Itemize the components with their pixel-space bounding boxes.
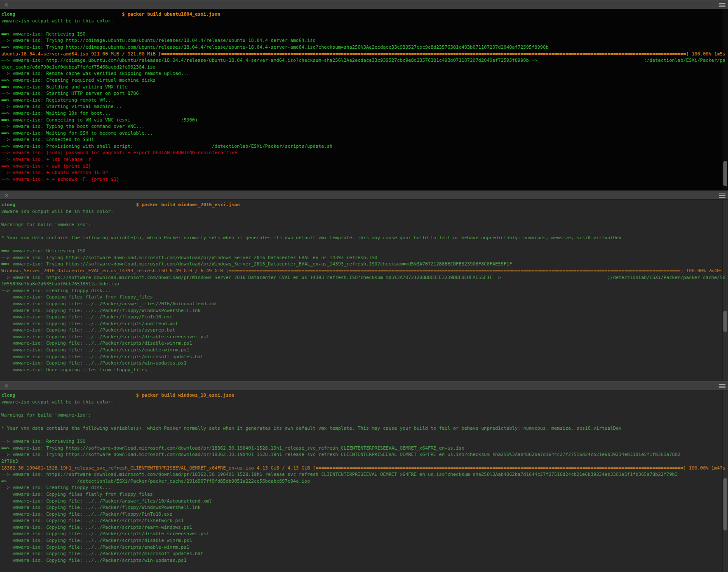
terminal-line: ubuntu-18.04.4-server-amd64.iso 921.00 M… [1, 51, 728, 58]
terminal-line: vmware-iso output will be in this color. [1, 18, 728, 25]
terminal-line: vmware-iso output will be in this color. [1, 399, 728, 406]
terminal-line: ==> vmware-iso: Starting HTTP server on … [1, 90, 728, 97]
terminal-line: ==> vmware-iso: Trying http://cdimage.ub… [1, 44, 728, 51]
close-icon[interactable]: × [3, 192, 10, 199]
terminal-line: vmware-iso: Copying file: ../../Packer/s… [1, 334, 728, 340]
terminal-line: ==> vmware-iso: + awk {print $2} [1, 163, 728, 170]
terminal-line: cker_cache/e6d790e1cf0dcbca7fefef75468ac… [1, 64, 728, 71]
terminal-line: vmware-iso: Copying file: ../../Packer/s… [1, 347, 728, 354]
terminal-line: vmware-iso: Copying file: ../../Packer/s… [1, 537, 728, 544]
terminal-line: ==> vmware-iso: Retrieving ISO [1, 248, 728, 254]
terminal-line: ==> vmware-iso: Retrieving ISO [1, 31, 728, 38]
terminal-pane-windows10: × clong $ packer build windows_10_esxi.j… [0, 381, 728, 572]
pane-titlebar: × [0, 0, 728, 9]
terminal-line: ==> vmware-iso: Remote cache was verifie… [1, 70, 728, 77]
terminal-line: vmware-iso: Copying file: ../../Packer/s… [1, 557, 728, 564]
terminal-line: ==> vmware-iso: + + echoawk -F. {print $… [1, 176, 728, 183]
terminal-line: ==> vmware-iso: https://software-downloa… [1, 274, 728, 281]
terminal-line: ==> vmware-iso: + ubuntu_version=18.04 [1, 169, 728, 176]
terminal-line [1, 432, 728, 439]
terminal-line: vmware-iso: Done copying files from flop… [1, 367, 728, 373]
terminal-line: vmware-iso: Copying file: ../../Packer/s… [1, 524, 728, 531]
terminal-line: vmware-iso: Copying file: ../../Packer/a… [1, 301, 728, 307]
terminal-line: vmware-iso: Copying file: ../../Packer/a… [1, 498, 728, 505]
scrollbar-thumb[interactable] [723, 311, 727, 332]
terminal-line: ==> vmware-iso: Waiting for SSH to becom… [1, 130, 728, 137]
iterm-window: × clong $ packer build ubuntu1804_esxi.j… [0, 0, 728, 572]
terminal-line [1, 215, 728, 221]
terminal-line: ==> vmware-iso: Creating required virtua… [1, 77, 728, 84]
terminal-line: ==> vmware-iso: Connected to SSH! [1, 136, 728, 143]
terminal-line: ==> vmware-iso: Provisioning with shell … [1, 143, 728, 150]
terminal-line: ==> vmware-iso: Trying https://software-… [1, 254, 728, 261]
terminal-line: Windows_Server_2016_Datacenter_EVAL_en-u… [1, 268, 728, 274]
terminal-line: vmware-iso output will be in this color. [1, 208, 728, 215]
scrollbar-thumb[interactable] [723, 161, 727, 186]
terminal-line: ==> vmware-iso: Waiting 10s for boot... [1, 110, 728, 117]
terminal-line: vmware-iso: Copying files flatly from fl… [1, 294, 728, 301]
terminal-line: vmware-iso: Copying file: ../../Packer/s… [1, 544, 728, 551]
terminal-line: Warnings for build 'vmware-iso': [1, 221, 728, 228]
scrollbar-thumb[interactable] [723, 478, 727, 531]
terminal-line: vmware-iso: Copying file: ../../Packer/f… [1, 511, 728, 518]
terminal-line: vmware-iso: Copying file: ../../Packer/f… [1, 314, 728, 321]
terminal-pane-windows2016: × clong $ packer build windows_2016_esxi… [0, 191, 728, 381]
terminal-line: clong $ packer build windows_2016_esxi.j… [1, 202, 728, 208]
terminal-line: Warnings for build 'vmware-iso': [1, 412, 728, 419]
terminal-line: vmware-iso: Copying file: ../../Packer/s… [1, 517, 728, 524]
terminal-line: vmware-iso: Copying file: ../../Packer/s… [1, 327, 728, 334]
terminal-line: ==> vmware-iso: Starting virtual machine… [1, 103, 728, 110]
pane-titlebar: × [0, 191, 728, 200]
terminal-line: 2f79b3 [1, 458, 728, 465]
hamburger-menu-icon[interactable] [719, 384, 725, 388]
terminal-line [1, 241, 728, 248]
terminal-line: ==> vmware-iso: [sudo] password for vagr… [1, 149, 728, 156]
terminal-line: ==> vmware-iso: + lsb_release -r [1, 156, 728, 163]
terminal-line: 1055098d7ba8d2d635babf6bb76518512afbde.i… [1, 281, 728, 287]
terminal-line: vmware-iso: Copying file: ../../Packer/s… [1, 321, 728, 327]
scrollbar[interactable] [722, 390, 728, 572]
terminal-pane-ubuntu1804: × clong $ packer build ubuntu1804_esxi.j… [0, 0, 728, 191]
terminal-line: ==> vmware-iso: Retrieving ISO [1, 438, 728, 445]
scrollbar[interactable] [722, 9, 728, 191]
terminal-line: ==> vmware-iso: Trying http://cdimage.ub… [1, 37, 728, 44]
terminal-output[interactable]: clong $ packer build ubuntu1804_esxi.jso… [0, 9, 728, 191]
terminal-line: * Your vmx data contains the following v… [1, 235, 728, 241]
terminal-line [1, 405, 728, 412]
terminal-line: clong $ packer build windows_10_esxi.jso… [1, 392, 728, 399]
terminal-line: 18362.30.190401-1528.19h1_release_svc_re… [1, 465, 728, 472]
scrollbar[interactable] [722, 200, 728, 381]
terminal-line [1, 418, 728, 425]
terminal-line: vmware-iso: Copying file: ../../Packer/s… [1, 360, 728, 367]
terminal-line: vmware-iso: Copying file: ../../Packer/s… [1, 354, 728, 360]
terminal-line: ==> vmware-iso: Creating floppy disk... [1, 287, 728, 294]
terminal-line: ==> vmware-iso: Building and writing VMX… [1, 84, 728, 91]
terminal-line: => /detectionlab/ESXi/Packer/packer_cach… [1, 478, 728, 485]
terminal-line: vmware-iso: Copying file: ../../Packer/f… [1, 504, 728, 511]
terminal-line [1, 24, 728, 31]
terminal-line: ==> vmware-iso: Trying https://software-… [1, 451, 728, 458]
close-icon[interactable]: × [3, 1, 10, 8]
terminal-line: ==> vmware-iso: Registering remote VM... [1, 97, 728, 104]
pane-titlebar: × [0, 381, 728, 390]
terminal-line: clong $ packer build ubuntu1804_esxi.jso… [1, 11, 728, 18]
hamburger-menu-icon[interactable] [719, 3, 725, 7]
terminal-line: ==> vmware-iso: Connecting to VM via VNC… [1, 117, 728, 124]
terminal-output[interactable]: clong $ packer build windows_10_esxi.jso… [0, 390, 728, 572]
terminal-line: ==> vmware-iso: Trying https://software-… [1, 445, 728, 452]
terminal-line: ==> vmware-iso: https://software-downloa… [1, 471, 728, 478]
terminal-line: ==> vmware-iso: http://cdimage.ubuntu.co… [1, 57, 728, 64]
terminal-line: ==> vmware-iso: Typing the boot command … [1, 123, 728, 130]
close-icon[interactable]: × [3, 382, 10, 389]
terminal-line: vmware-iso: Copying file: ../../Packer/f… [1, 307, 728, 314]
terminal-line: * Your vmx data contains the following v… [1, 425, 728, 432]
hamburger-menu-icon[interactable] [719, 193, 725, 198]
terminal-line: vmware-iso: Copying file: ../../Packer/s… [1, 340, 728, 347]
terminal-line: ==> vmware-iso: Creating floppy disk... [1, 484, 728, 491]
terminal-output[interactable]: clong $ packer build windows_2016_esxi.j… [0, 200, 728, 381]
terminal-line [1, 228, 728, 235]
terminal-line: vmware-iso: Copying file: ../../Packer/s… [1, 531, 728, 537]
terminal-line: vmware-iso: Copying file: ../../Packer/s… [1, 550, 728, 557]
terminal-line: ==> vmware-iso: Trying https://software-… [1, 261, 728, 268]
terminal-line: vmware-iso: Copying files flatly from fl… [1, 491, 728, 498]
